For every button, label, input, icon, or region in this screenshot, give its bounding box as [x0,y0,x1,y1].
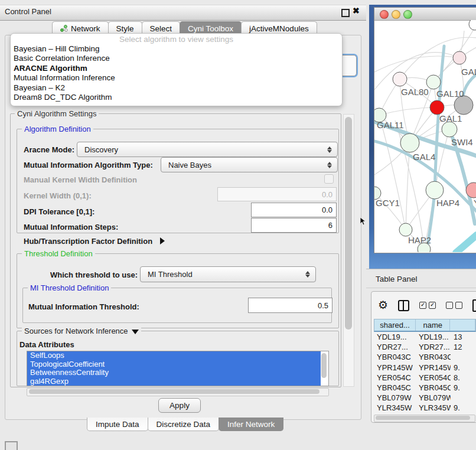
node-top-right[interactable] [469,20,476,30]
column-header-shared-name[interactable]: shared... [374,319,416,331]
table-row[interactable]: YBL079WYBL079W [374,393,476,403]
tab-label: Cyni Toolbox [188,24,233,33]
which-threshold-select[interactable]: MI Threshold [140,266,316,282]
spinner-arrows-icon [302,271,313,278]
select-all-checkboxes-icon[interactable]: ✓✓ [419,302,436,309]
network-edge-highlighted[interactable] [456,235,476,252]
mi-threshold-title: MI Threshold Definition [28,283,111,292]
column-header-name[interactable]: name [416,319,450,331]
node-gal80[interactable] [393,72,407,86]
node-gal1[interactable] [430,100,444,115]
algorithm-definition-title: Algorithm Definition [22,125,93,133]
mac-zoom-icon[interactable] [403,10,412,19]
hub-factor-expander[interactable]: Hub/Transcription Factor Definition [24,236,165,246]
algorithm-help-button[interactable] [340,55,357,76]
node-pink[interactable] [453,51,466,64]
algorithm-option-bayesian-k2[interactable]: Bayesian – K2 [11,83,342,93]
document-icon[interactable] [472,299,476,312]
sources-title[interactable]: Sources for Network Inference [22,327,141,335]
columns-icon[interactable] [398,300,409,311]
mi-steps-field[interactable]: 6 [251,218,337,233]
node-hap4[interactable] [426,181,444,199]
algorithm-option-dream8-dc-tdc-algorithm[interactable]: Dream8 DC_TDC Algorithm [11,93,342,102]
table-panel-title: Table Panel [376,275,418,283]
table-row[interactable]: YDL19...YDL19...13 [374,332,476,342]
node-label-gal80: GAL80 [401,87,429,97]
table-hscrollbar[interactable] [374,415,475,422]
mi-algorithm-type-label: Mutual Information Algorithm Type: [24,161,153,169]
apply-button[interactable]: Apply [158,398,201,413]
table-cell: YBR045C [374,383,416,392]
node-label-gcy1: GCY1 [376,198,400,208]
tab-impute-data[interactable]: Impute Data [87,418,148,431]
data-attributes-label: Data Attributes [19,340,74,349]
attribute-item-selfloops[interactable]: SelfLoops [27,351,321,360]
node-gal4[interactable] [400,133,419,152]
network-edge[interactable] [379,107,437,115]
table-row[interactable]: YBR045CYBR045C9. [374,383,476,393]
mi-algorithm-type-select[interactable]: Naive Bayes [161,157,338,172]
attributes-hscrollbar-thumb[interactable] [29,389,319,394]
table-cell: YBL079W [374,393,416,402]
table-row[interactable]: YPR145WYPR145W9. [374,363,476,373]
attribute-item-gal4rgexp[interactable]: gal4RGexp [27,377,321,386]
float-window-icon[interactable] [341,9,350,17]
manual-kernel-width-label: Manual Kernel Width Definition [24,175,137,184]
app: Control Panel ✖ NetworkStyleSelectCyni T… [0,0,476,450]
mi-threshold-label: Mutual Information Threshold: [28,302,139,311]
deselect-all-checkboxes-icon[interactable] [446,302,462,309]
node-label-gal10: GAL10 [436,89,464,99]
tab-label: Infer Network [227,420,275,429]
network-canvas[interactable]: GALGAL80GAL10GAL1GAL11SWI4GAL4GCY1HAP4YH… [374,20,476,252]
table-cell: 12 [451,343,476,351]
cyni-bottom-tabbar: Impute DataDiscretize DataInfer Network [87,418,283,431]
table-row[interactable]: YBR043CYBR043C [374,352,476,362]
settings-scrollbar[interactable] [343,114,354,387]
table-cell: 9. [451,363,476,372]
kernel-width-field[interactable]: 0.0 [217,187,337,201]
table-header-row: shared... name [374,319,476,332]
mac-minimize-icon[interactable] [392,10,400,19]
expander-arrow-icon [160,237,165,244]
node-hap2[interactable] [399,223,412,236]
mac-close-icon[interactable] [380,10,389,19]
close-icon[interactable]: ✖ [353,6,360,15]
attribute-item-betweennesscentrality[interactable]: BetweennessCentrality [27,369,321,377]
table-row[interactable]: YDR27...YDR27...12 [374,342,476,352]
network-edge[interactable] [374,56,459,72]
attributes-hscrollbar[interactable] [27,388,329,396]
tab-infer-network[interactable]: Infer Network [219,418,283,431]
manual-kernel-width-checkbox[interactable] [324,174,334,184]
aracne-mode-select[interactable]: Discovery [77,142,338,157]
algorithm-option-mutual-information-inference[interactable]: Mutual Information Inference [11,73,342,83]
node-label-gal: GAL [461,67,476,77]
table-cell: YDL19... [416,332,451,341]
mi-steps-label: Mutual Information Steps: [24,223,118,231]
data-attributes-list[interactable]: SelfLoopsTopologicalCoefficientBetweenne… [27,351,329,386]
table-cell: 8. [451,373,476,382]
table-row[interactable]: YLR345WYLR345W9. [374,403,476,413]
node-swi4[interactable] [442,122,457,137]
docked-panel-icon[interactable] [5,441,18,450]
mi-threshold-field[interactable]: 0.5 [248,298,332,313]
table-cell: 9. [451,383,476,392]
attributes-scrollbar-thumb[interactable] [321,353,327,378]
table-row[interactable]: YER054CYER054C8. [374,373,476,383]
algorithm-option-aracne-algorithm[interactable]: ARACNE Algorithm [11,64,342,73]
tab-discretize-data[interactable]: Discretize Data [148,418,220,431]
gear-icon[interactable]: ⚙ [378,299,388,311]
mouse-cursor [360,217,367,226]
algorithm-option-bayesian-hill-climbing[interactable]: Bayesian – Hill Climbing [11,44,342,54]
algorithm-option-basic-correlation-inference[interactable]: Basic Correlation Inference [11,54,342,63]
table-cell: YDR27... [374,343,416,351]
node-label-y: Y [474,198,476,208]
column-header-partial[interactable] [450,319,475,331]
dpi-tolerance-field[interactable]: 0.0 [251,203,337,217]
table-hscrollbar-thumb[interactable] [376,416,470,420]
attribute-item-topologicalcoefficient[interactable]: TopologicalCoefficient [27,360,321,369]
table-cell: YBL079W [416,393,451,402]
table-cell: YBR043C [416,353,451,361]
table-cell: YDL19... [374,332,416,341]
settings-scrollbar-thumb[interactable] [345,117,352,330]
node-label-hap4: HAP4 [436,198,459,208]
